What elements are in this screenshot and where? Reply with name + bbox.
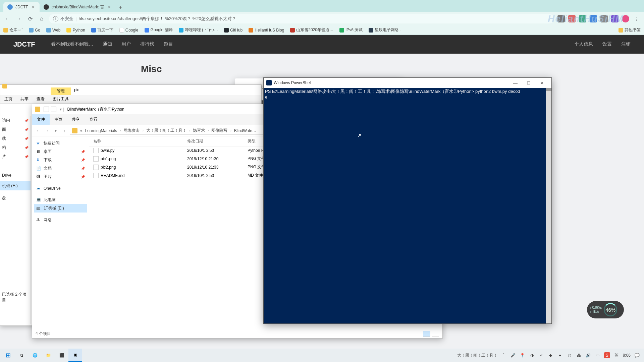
- tray-icon[interactable]: ●: [557, 352, 563, 358]
- bookmark[interactable]: Google 翻译: [145, 27, 173, 33]
- bookmark[interactable]: 哔哩哔哩 (・ˇ)つ…: [179, 27, 218, 33]
- bookmark[interactable]: Go: [29, 28, 40, 33]
- new-tab-button[interactable]: +: [116, 3, 125, 12]
- sidebar-item[interactable]: 机械 (E:): [0, 181, 31, 190]
- chrome-menu-button[interactable]: ⋮: [633, 15, 641, 23]
- bookmark[interactable]: HeliantHuS Blog: [249, 28, 284, 33]
- bookmark[interactable]: 百度一下: [91, 27, 113, 33]
- qat-button[interactable]: [44, 107, 49, 112]
- bookmark[interactable]: 仓库～ˇ: [3, 27, 23, 33]
- sidebar-network[interactable]: 网络: [34, 216, 87, 224]
- site-brand[interactable]: JDCTF: [13, 41, 35, 48]
- start-button[interactable]: ⊞: [1, 349, 15, 362]
- powershell-terminal[interactable]: PS E:\LearningMaterials\网络攻击\大！黑！阔！工！具！\…: [264, 88, 551, 323]
- taskbar-clock[interactable]: 8:06: [623, 353, 631, 358]
- tray-icon[interactable]: ◑: [529, 352, 535, 358]
- up-button[interactable]: ↑: [61, 127, 68, 134]
- sidebar-onedrive[interactable]: OneDrive: [34, 184, 87, 192]
- tray-network-icon[interactable]: 🖧: [576, 352, 582, 358]
- contextual-tab-label[interactable]: 管理: [51, 87, 71, 95]
- sidebar-item[interactable]: 面📌: [0, 125, 31, 134]
- sidebar-drive-e[interactable]: 1T机械 (E:): [34, 204, 87, 213]
- sidebar-item[interactable]: 档📌: [0, 143, 31, 152]
- bookmark[interactable]: GitHub: [224, 28, 243, 33]
- ribbon-tab[interactable]: 图片工具: [49, 96, 73, 102]
- details-view-button[interactable]: [423, 331, 430, 337]
- sidebar-this-pc[interactable]: 此电脑: [34, 196, 87, 204]
- back-button[interactable]: ←: [35, 127, 42, 134]
- bookmark[interactable]: 星辰电子网络 -: [369, 27, 401, 33]
- bookmark[interactable]: IPv6 测试: [339, 27, 363, 33]
- sidebar-pictures[interactable]: 图片📌: [34, 173, 87, 181]
- taskbar-app-chrome[interactable]: 🌐: [28, 349, 42, 362]
- sidebar-desktop[interactable]: 桌面📌: [34, 147, 87, 156]
- minimize-button[interactable]: —: [508, 78, 522, 88]
- ribbon-tab[interactable]: 主页: [0, 96, 16, 102]
- taskbar-app[interactable]: ⬛: [55, 349, 68, 362]
- tray-icon[interactable]: ◆: [548, 352, 554, 358]
- col-date[interactable]: 修改日期: [187, 138, 248, 144]
- recent-dropdown[interactable]: ▾: [52, 127, 59, 134]
- tray-icon[interactable]: ✓: [538, 352, 544, 358]
- task-view-button[interactable]: ⧉: [15, 349, 28, 362]
- bookmark[interactable]: Web: [46, 28, 60, 33]
- browser-tab-2[interactable]: chishaxie/BlindWaterMark: 盲 ×: [40, 2, 116, 12]
- tray-up-icon[interactable]: ˄: [501, 352, 507, 358]
- powershell-window[interactable]: Windows PowerShell — □ × PS E:\LearningM…: [263, 77, 552, 324]
- nav-link[interactable]: 通知: [103, 41, 112, 47]
- maximize-button[interactable]: □: [522, 78, 535, 88]
- forward-button[interactable]: →: [44, 127, 50, 134]
- tray-mic-icon[interactable]: 🎤: [510, 352, 516, 358]
- tray-volume-icon[interactable]: 🔊: [585, 352, 591, 358]
- qat-button[interactable]: [51, 107, 56, 112]
- taskbar-app-explorer[interactable]: 📁: [42, 349, 55, 362]
- address-bar[interactable]: i 不安全 | hls.easy.echosite.cn/challenges#…: [49, 14, 554, 23]
- sidebar-item[interactable]: 载📌: [0, 134, 31, 143]
- forward-button[interactable]: →: [15, 15, 23, 23]
- nav-link[interactable]: 看不到我看不到我…: [51, 41, 93, 47]
- sidebar-item[interactable]: Drive: [0, 171, 31, 179]
- sidebar-quick-access[interactable]: 快速访问: [34, 139, 87, 147]
- ribbon-tab-view[interactable]: 查看: [85, 114, 102, 125]
- powershell-titlebar[interactable]: Windows PowerShell — □ ×: [264, 78, 551, 88]
- close-button[interactable]: ×: [535, 78, 549, 88]
- nav-link[interactable]: 注销: [621, 41, 631, 47]
- nav-link[interactable]: 个人信息: [574, 41, 593, 47]
- tray-icon[interactable]: ▭: [595, 352, 601, 358]
- system-monitor-widget[interactable]: ↑ 0.8K/s ↓ 1K/s 46%: [587, 301, 624, 318]
- bookmark[interactable]: Python: [66, 28, 85, 33]
- ime-text[interactable]: 大！黑！阔！工！具！: [457, 353, 497, 358]
- ribbon-tab[interactable]: 共享: [16, 96, 33, 102]
- sidebar-item[interactable]: 片📌: [0, 152, 31, 161]
- ribbon-tab[interactable]: 查看: [33, 96, 49, 102]
- ribbon-tab-file[interactable]: 文件: [32, 114, 50, 125]
- tray-ime-mode[interactable]: 英: [613, 352, 620, 358]
- info-icon[interactable]: i: [53, 16, 58, 21]
- col-name[interactable]: 名称: [93, 138, 187, 144]
- nav-link[interactable]: 排行榜: [140, 41, 154, 47]
- tray-ime-icon[interactable]: S: [604, 352, 610, 358]
- taskbar-app-powershell[interactable]: ▣: [68, 349, 82, 362]
- nav-link[interactable]: 用户: [121, 41, 131, 47]
- close-icon[interactable]: ×: [31, 5, 36, 9]
- ribbon-tab-home[interactable]: 主页: [50, 114, 67, 125]
- back-button[interactable]: ←: [3, 15, 11, 23]
- nav-link[interactable]: 设置: [602, 41, 612, 47]
- bookmark[interactable]: Google: [119, 28, 139, 33]
- close-icon[interactable]: ×: [107, 5, 112, 9]
- sidebar-documents[interactable]: 文档📌: [34, 164, 87, 173]
- thumbnails-view-button[interactable]: [432, 331, 439, 337]
- reload-button[interactable]: ⟳: [26, 15, 34, 23]
- sidebar-item[interactable]: 访问📌: [0, 116, 31, 125]
- scrollbar[interactable]: [546, 88, 551, 323]
- tray-location-icon[interactable]: 📍: [520, 352, 526, 358]
- other-bookmarks[interactable]: 其他书签: [619, 27, 641, 33]
- bookmark[interactable]: 山东省2020年普通…: [290, 27, 333, 33]
- tray-icon[interactable]: ◎: [567, 352, 573, 358]
- browser-tab-1[interactable]: JDCTF ×: [3, 2, 40, 12]
- home-button[interactable]: ⌂: [38, 15, 46, 23]
- notifications-button[interactable]: 💬: [634, 352, 640, 358]
- sidebar-downloads[interactable]: 下载📌: [34, 156, 87, 164]
- sidebar-item[interactable]: 盘: [0, 194, 31, 203]
- ribbon-tab-share[interactable]: 共享: [67, 114, 85, 125]
